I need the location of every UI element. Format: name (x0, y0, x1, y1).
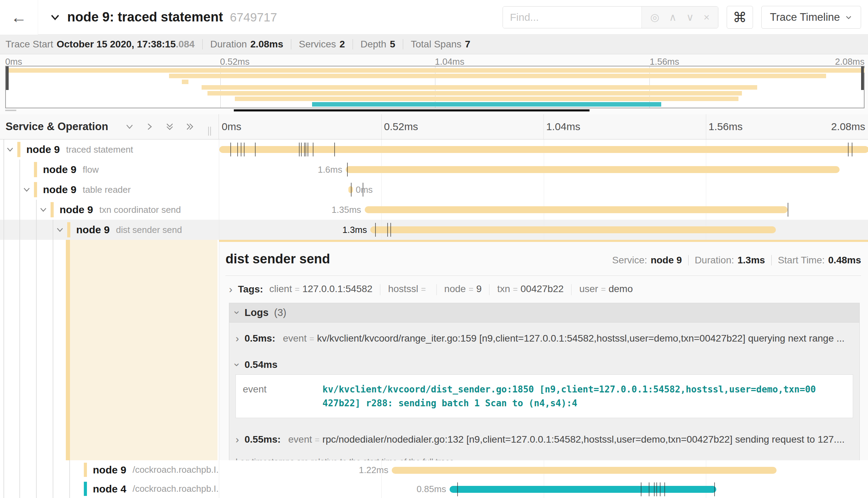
column-resize-grip[interactable] (208, 127, 211, 136)
span-row: node 9flow1.6ms (0, 160, 868, 180)
span-row-label[interactable]: node 9txn coordinator send (0, 200, 219, 220)
span-bar[interactable] (346, 166, 839, 173)
axis-tick-label: 2.08ms (831, 121, 865, 133)
selected-span-descendants-area (70, 240, 218, 460)
span-row-label[interactable]: node 9flow (0, 160, 219, 180)
tree-header: Service & Operation (0, 114, 219, 139)
tree-guide (36, 479, 37, 498)
tree-guide (19, 160, 20, 180)
tag-key: txn (497, 283, 510, 294)
minimap-right-handle[interactable] (861, 66, 864, 90)
minimap-canvas[interactable] (5, 66, 865, 108)
span-event-tick (230, 143, 231, 156)
tag-item[interactable]: client=127.0.0.1:54582 (269, 283, 373, 294)
span-row-label[interactable]: node 9dist sender send (0, 220, 219, 240)
span-row: node 9traced statement (0, 139, 868, 160)
scroll-thumb[interactable] (234, 109, 590, 111)
minimap-left-handle[interactable] (6, 66, 9, 90)
prev-result-icon[interactable]: ∧ (669, 12, 676, 22)
view-selector-button[interactable]: Trace Timeline (761, 6, 861, 29)
span-bar[interactable] (450, 486, 716, 493)
span-bar[interactable] (219, 146, 868, 153)
span-row-track[interactable]: 1.3ms (219, 220, 868, 240)
span-row-label[interactable]: node 9/cockroach.roachpb.I... (0, 460, 219, 479)
detail-meta-item: Duration:1.3ms (695, 255, 765, 266)
summary-label: Duration (210, 39, 247, 49)
summary-value-suffix: .084 (176, 39, 195, 49)
back-button[interactable]: ← (0, 0, 38, 35)
span-bar[interactable] (370, 226, 776, 233)
chevron-down-icon[interactable] (22, 185, 31, 194)
tag-item[interactable]: hostssl= (388, 283, 428, 294)
span-event-tick (654, 482, 655, 496)
span-event-tick (305, 143, 306, 156)
span-row-track[interactable]: 0ms (219, 180, 868, 200)
trace-timeline-page: ← node 9: traced statement 6749717 ◎ ∧ ∨… (0, 0, 868, 498)
minimap-span-bar (182, 80, 188, 84)
tag-item[interactable]: node=9 (444, 283, 482, 294)
log-field-value: kv/kvclient/kvcoord/dist_sender.go:1850 … (322, 382, 846, 410)
chevron-down-icon[interactable] (55, 225, 64, 234)
logs-header[interactable]: › Logs (3) (229, 303, 859, 323)
divider (380, 284, 380, 295)
locate-icon[interactable]: ◎ (650, 12, 659, 22)
span-event-tick (848, 143, 849, 156)
span-row-label[interactable]: node 4/cockroach.roachpb.I... (0, 479, 219, 498)
service-name: node 9 (43, 164, 77, 175)
span-event-tick (304, 143, 305, 156)
keyboard-shortcuts-button[interactable]: ⌘ (727, 6, 753, 29)
find-input[interactable] (503, 7, 641, 28)
operation-name: dist sender send (116, 225, 182, 235)
collapse-trace-icon[interactable] (49, 11, 61, 23)
log-entry[interactable]: ›0.5ms:event=kv/kvclient/kvcoord/range_i… (229, 323, 859, 353)
span-row-track[interactable] (219, 139, 868, 160)
expand-all-icon[interactable] (165, 122, 175, 132)
timeline-axis: 0ms0.52ms1.04ms1.56ms2.08ms (219, 114, 868, 139)
span-duration-label: 1.3ms (343, 225, 367, 235)
next-result-icon[interactable]: ∨ (686, 12, 694, 22)
collapse-all-icon[interactable] (185, 122, 195, 132)
timeline-grid-header: Service & Operation 0ms0.52ms1.04ms1.56m… (0, 114, 868, 139)
trace-summary-bar: Trace StartOctober 15 2020, 17:38:15.084… (0, 35, 868, 54)
collapse-one-icon[interactable] (145, 122, 154, 132)
summary-label: Total Spans (411, 39, 461, 49)
span-tags-row[interactable]: › Tags: client=127.0.0.1:54582hostssl=no… (225, 276, 861, 301)
log-entry[interactable]: ›0.55ms:event=rpc/nodedialer/nodedialer.… (229, 424, 859, 454)
tag-value: 127.0.0.1:54582 (302, 283, 372, 294)
span-bar[interactable] (392, 467, 777, 474)
summary-item: Services2 (299, 39, 345, 50)
span-row-track[interactable]: 0.85ms (219, 479, 868, 498)
trace-id: 6749717 (230, 10, 277, 24)
span-row-track[interactable]: 1.6ms (219, 160, 868, 180)
axis-tick-label: 1.56ms (709, 121, 743, 133)
summary-value: 2 (339, 39, 345, 49)
span-row: node 9/cockroach.roachpb.I...1.22ms (0, 460, 868, 479)
span-bar[interactable] (365, 206, 788, 213)
chevron-down-icon: › (232, 363, 242, 366)
span-row-track[interactable]: 1.35ms (219, 200, 868, 220)
chevron-down-icon[interactable] (39, 205, 48, 214)
axis-separator (381, 114, 382, 139)
detail-meta-label: Duration: (695, 255, 734, 265)
chevron-down-icon[interactable] (6, 145, 15, 154)
detail-meta-label: Service: (612, 255, 647, 265)
service-name: node 9 (93, 464, 126, 476)
service-name: node 9 (43, 184, 77, 196)
span-row-track[interactable]: 1.22ms (219, 460, 868, 479)
span-row-label[interactable]: node 9traced statement (0, 139, 219, 160)
expand-one-icon[interactable] (125, 122, 134, 132)
summary-value: 5 (390, 39, 395, 49)
tag-item[interactable]: user=demo (579, 283, 633, 294)
span-event-tick (641, 482, 641, 496)
log-entry[interactable]: ›0.54ms (229, 353, 859, 374)
tag-item[interactable]: txn=00427b22 (497, 283, 564, 294)
timeline-gridline (381, 479, 382, 498)
minimap-span-bar (207, 91, 742, 96)
span-event-tick (241, 143, 241, 156)
clear-search-icon[interactable]: × (703, 12, 710, 22)
equals-sign: = (309, 334, 314, 343)
detail-meta-item: Service:node 9 (612, 255, 682, 266)
span-row-label[interactable]: node 9table reader (0, 180, 219, 200)
tree-guide (3, 220, 4, 240)
log-detail-table: eventkv/kvclient/kvcoord/dist_sender.go:… (236, 374, 853, 418)
